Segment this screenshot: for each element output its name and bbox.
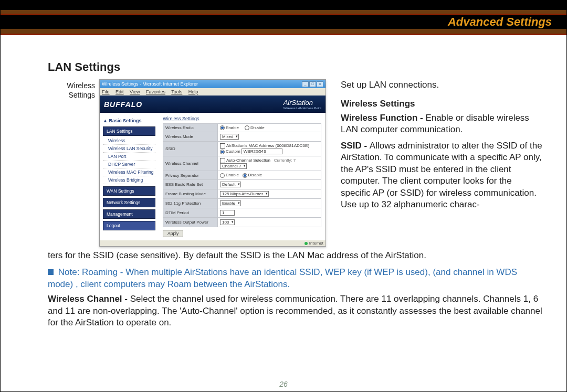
settings-table: Wireless Radio Enable Disable Wireless M… [163, 123, 321, 227]
sidebar-sub-item[interactable]: Wireless [103, 137, 155, 145]
screenshot: Wireless Settings - Microsoft Internet E… [99, 79, 326, 247]
status-dot-icon [304, 242, 308, 245]
window-title: Wireless Settings - Microsoft Internet E… [102, 81, 198, 87]
sidebar-nav-management[interactable]: Management [103, 209, 155, 219]
row-value: Enable [218, 198, 321, 208]
figure-row: Wireless Settings Wireless Settings - Mi… [48, 79, 542, 247]
row-label: BSS Basic Rate Set [163, 179, 218, 189]
sidebar-sub-item[interactable]: Wireless MAC Filtering [103, 168, 155, 176]
window-controls[interactable]: _□x [301, 81, 323, 87]
row-value: AirStation's MAC Address (0006D81ADC0E)C… [218, 142, 321, 156]
ssid-custom-radio[interactable] [220, 150, 225, 154]
page-header-title: Advanced Settings [448, 15, 552, 29]
right-column: Set up LAN connections. Wireless Setting… [326, 79, 542, 215]
sidebar-nav-network[interactable]: Network Settings [103, 198, 155, 207]
ssid-input[interactable]: WBR2G54S [242, 149, 282, 154]
panel-title: Wireless Settings [163, 116, 321, 121]
privacy-disable[interactable] [243, 173, 247, 178]
row-label: Frame Bursting Mode [163, 189, 218, 198]
decor-bar [1, 10, 566, 14]
sidebar-nav-lan[interactable]: LAN Settings [103, 126, 155, 136]
bss-select[interactable]: Default [220, 182, 241, 187]
row-value: 1 [218, 208, 321, 217]
intro-text: Set up LAN connections. [341, 79, 542, 91]
body-continuation: ters for the SSID (case sensitive). By d… [48, 250, 542, 261]
config-area: ▲ Basic Settings LAN Settings Wireless W… [100, 113, 326, 240]
dtim-input[interactable]: 1 [220, 210, 235, 216]
figure-caption: Wireless Settings [48, 79, 99, 100]
radio-disable[interactable] [245, 125, 249, 130]
wireless-function-text: Wireless Function - Enable or disable wi… [341, 112, 542, 136]
settings-panel: Wireless Settings Wireless Radio Enable … [159, 113, 326, 240]
decor-bar [1, 29, 566, 34]
sidebar: ▲ Basic Settings LAN Settings Wireless W… [100, 113, 159, 240]
window-titlebar: Wireless Settings - Microsoft Internet E… [100, 80, 326, 88]
browser-statusbar: Internet [100, 240, 326, 246]
auto-channel-checkbox[interactable] [220, 158, 225, 163]
menu-item[interactable]: File [102, 89, 110, 94]
mode-select[interactable]: Mixed [220, 134, 239, 140]
row-label: Wireless Channel [163, 156, 218, 171]
menu-item[interactable]: Tools [171, 89, 182, 94]
product-banner: BUFFALO AirStationWireless LAN Access Po… [100, 96, 326, 113]
frame-select[interactable]: 125 Mbps Afte-Burner [220, 191, 269, 197]
product-tagline: Wireless LAN Access Point [284, 107, 321, 110]
row-label: Wireless Output Power [163, 217, 218, 227]
row-value: Enable Disable [218, 124, 321, 132]
row-label: Privacy Separator [163, 171, 218, 179]
privacy-enable[interactable] [220, 173, 225, 178]
row-label: 802.11g Protection [163, 198, 218, 208]
sidebar-nav-wan[interactable]: WAN Settings [103, 186, 155, 196]
row-label: Wireless Radio [163, 124, 218, 132]
ssid-text: SSID - Allows administrator to alter the… [341, 140, 542, 211]
sidebar-sub-item[interactable]: Wireless Bridging [103, 176, 155, 184]
row-value: 125 Mbps Afte-Burner [218, 189, 321, 198]
brand-logo: BUFFALO [104, 100, 142, 109]
menu-item[interactable]: Favorites [146, 89, 165, 94]
note-text: Note: Roaming - When multiple AirStation… [48, 267, 542, 290]
browser-body: BUFFALO AirStationWireless LAN Access Po… [100, 96, 326, 240]
sub-heading: Wireless Settings [341, 98, 542, 110]
row-label: Wireless Mode [163, 132, 218, 142]
section-title: LAN Settings [48, 60, 542, 74]
close-icon: x [317, 81, 323, 87]
power-select[interactable]: 100 [220, 219, 235, 225]
page-content: LAN Settings Wireless Settings Wireless … [1, 35, 566, 329]
sidebar-basic[interactable]: ▲ Basic Settings [100, 117, 159, 124]
menu-item[interactable]: Help [188, 89, 198, 94]
browser-menubar[interactable]: File Edit View Favorites Tools Help [100, 88, 326, 96]
row-value: Mixed [218, 132, 321, 142]
sidebar-logout[interactable]: Logout [103, 221, 155, 230]
row-value: Default [218, 179, 321, 189]
sidebar-sub-item[interactable]: LAN Port [103, 153, 155, 161]
ssid-mac-checkbox[interactable] [220, 143, 225, 149]
manual-page: Advanced Settings LAN Settings Wireless … [0, 0, 567, 392]
menu-item[interactable]: Edit [116, 89, 124, 94]
gprot-select[interactable]: Enable [220, 200, 241, 206]
page-header: Advanced Settings [1, 15, 566, 29]
ssid-continued: ters for the SSID (case sensitive). By d… [48, 250, 542, 261]
note-marker-icon [48, 269, 54, 275]
product-name: AirStationWireless LAN Access Point [284, 99, 321, 110]
sidebar-sub-item[interactable]: DHCP Server [103, 161, 155, 168]
row-label: SSID [163, 142, 218, 156]
row-value: 100 [218, 217, 321, 227]
row-value: Enable Disable [218, 171, 321, 179]
decor-bar [1, 1, 566, 10]
channel-select[interactable]: Channel 7 [220, 163, 247, 169]
row-value: Auto-Channel Selection Currently: 7Chann… [218, 156, 321, 171]
menu-item[interactable]: View [130, 89, 140, 94]
page-number: 26 [1, 380, 566, 388]
wireless-channel-para: Wireless Channel - Select the channel us… [48, 293, 542, 329]
maximize-icon: □ [309, 81, 316, 87]
apply-button[interactable]: Apply [163, 230, 183, 237]
minimize-icon: _ [302, 81, 309, 87]
row-label: DTIM Period [163, 208, 218, 217]
radio-enable[interactable] [220, 125, 225, 130]
sidebar-sub-item[interactable]: Wireless LAN Security [103, 145, 155, 153]
